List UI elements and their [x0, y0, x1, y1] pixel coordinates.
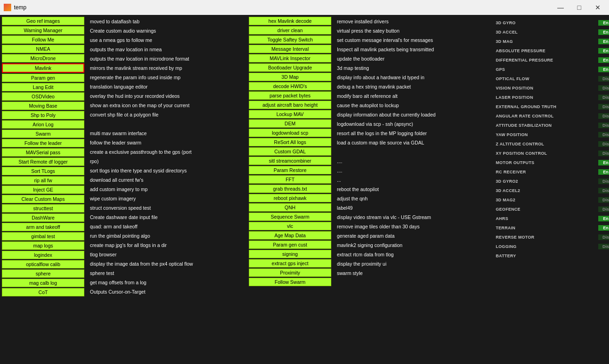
desc-item-r-16: .... — [335, 166, 492, 174]
badge-column: EnPresentBadEnPresentOkEnPresentOkEnPres… — [596, 15, 609, 364]
desc-item-23: run the gimbal pointing algo — [88, 231, 245, 240]
status-label-row-7: VISION POSITION — [496, 84, 595, 92]
menu-item-r-8[interactable]: parse packet bytes — [249, 91, 331, 100]
badge-en-14: Dis — [598, 151, 609, 156]
menu-item-11[interactable]: Arion Log — [2, 120, 84, 129]
menu-item-16[interactable]: Sort TLogs — [2, 167, 84, 175]
menu-item-15[interactable]: Start Remote df logger — [2, 158, 84, 166]
menu-item-22[interactable]: arm and takeoff — [2, 223, 84, 231]
badge-en-12: Dis — [598, 132, 609, 137]
status-badge-row-15: EnPresentOk — [598, 158, 607, 167]
desc-item-r-8: modify baro alt reference alt — [335, 91, 492, 100]
status-label-row-11: ATTITUDE STABILIZATION — [496, 121, 595, 130]
desc-item-26: display the image data from the px4 opti… — [88, 259, 245, 268]
status-label-row-5: GPS — [496, 65, 595, 74]
desc-item-0: moved to dataflash tab — [88, 17, 245, 25]
status-label-row-8: LASER POSITION — [496, 93, 595, 102]
close-button[interactable]: ✕ — [590, 2, 605, 13]
status-label-24: LOGGING — [496, 244, 561, 249]
menu-item-25[interactable]: logindex — [2, 251, 84, 259]
menu-item-17[interactable]: rip all fw — [2, 176, 84, 185]
badge-en-8: Dis — [598, 95, 609, 100]
menu-item-r-12[interactable]: logdownload scp — [249, 129, 331, 137]
menu-item-2[interactable]: Follow Me — [2, 35, 84, 44]
status-label-row-25: BATTERY — [496, 252, 595, 260]
menu-item-29[interactable]: CoT — [2, 288, 84, 296]
menu-item-3[interactable]: NMEA — [2, 45, 84, 53]
maximize-button[interactable]: □ — [572, 2, 587, 13]
desc-item-r-13: load a custom map tile source via GDAL — [335, 138, 492, 146]
menu-item-27[interactable]: sphere — [2, 269, 84, 278]
badge-en-22: En — [598, 225, 609, 231]
menu-item-12[interactable]: Swarm — [2, 130, 84, 138]
status-badge-row-12: DisPresentBad — [598, 130, 607, 139]
menu-item-13[interactable]: Follow the leader — [2, 139, 84, 147]
menu-item-r-6[interactable]: 3D Map — [249, 73, 331, 81]
menu-item-8[interactable]: OSDVideo — [2, 92, 84, 101]
menu-item-24[interactable]: map logs — [2, 241, 84, 250]
menu-item-r-2[interactable]: Toggle Saftey Switch — [249, 35, 331, 44]
menu-item-r-7[interactable]: decode HWID's — [249, 82, 331, 90]
status-label-3: ABSOLUTE PRESSURE — [496, 48, 561, 53]
menu-item-4[interactable]: MicroDrone — [2, 54, 84, 62]
menu-item-r-25[interactable]: signing — [249, 250, 331, 258]
menu-item-r-27[interactable]: Proximity — [249, 268, 331, 277]
menu-item-r-22[interactable]: vlc — [249, 222, 331, 230]
menu-item-r-23[interactable]: Age Map Data — [249, 231, 331, 240]
menu-item-7[interactable]: Lang Edit — [2, 83, 84, 91]
menu-item-r-28[interactable]: Follow Swarm — [249, 278, 331, 286]
menu-item-r-1[interactable]: driver clean — [249, 26, 331, 34]
menu-item-18[interactable]: Inject GE — [2, 185, 84, 194]
menu-item-26[interactable]: opticalflow calib — [2, 260, 84, 268]
status-badge-row-10: DisPresentBad — [598, 112, 607, 120]
menu-item-r-17[interactable]: FFT — [249, 175, 331, 184]
status-badge-row-24: DisPresentOk — [598, 242, 607, 251]
badge-en-16: En — [598, 169, 609, 175]
menu-item-20[interactable]: structtest — [2, 204, 84, 213]
status-label-6: OPTICAL FLOW — [496, 76, 561, 81]
menu-item-r-14[interactable]: Custom GDAL — [249, 147, 331, 156]
menu-item-6[interactable]: Param gen — [2, 74, 84, 82]
menu-item-r-4[interactable]: MAVLink Inspector — [249, 54, 331, 62]
menu-item-9[interactable]: Moving Base — [2, 102, 84, 110]
menu-item-r-21[interactable]: Sequence Swarm — [249, 213, 331, 221]
minimize-button[interactable]: — — [553, 2, 568, 13]
status-badge-row-25 — [598, 252, 607, 260]
menu-item-10[interactable]: Shp to Poly — [2, 111, 84, 119]
menu-item-r-9[interactable]: adjust aircraft baro height — [249, 101, 331, 109]
menu-item-5[interactable]: Mavlink — [2, 63, 84, 73]
menu-item-r-0[interactable]: hex Mavlink decode — [249, 17, 331, 25]
menu-item-r-20[interactable]: QNH — [249, 203, 331, 212]
menu-item-r-16[interactable]: Param Restore — [249, 166, 331, 174]
menu-item-1[interactable]: Warning Manager — [2, 26, 84, 34]
menu-item-r-24[interactable]: Param gen cust — [249, 240, 331, 249]
status-label-row-10: ANGULAR RATE CONTROL — [496, 112, 595, 120]
menu-item-r-10[interactable]: Lockup MAV — [249, 110, 331, 118]
menu-item-r-5[interactable]: Bootloader Upgrade — [249, 63, 331, 72]
status-label-row-4: DIFFERENTIAL PRESSURE — [496, 56, 595, 64]
menu-item-28[interactable]: mag calb log — [2, 279, 84, 287]
status-label-row-23: REVERSE MOTOR — [496, 233, 595, 241]
menu-item-21[interactable]: DashWare — [2, 213, 84, 222]
menu-item-14[interactable]: MAVSerial pass — [2, 148, 84, 157]
desc-item-r-19: adjust the qnh — [335, 194, 492, 202]
menu-item-0[interactable]: Geo ref images — [2, 17, 84, 25]
menu-item-r-18[interactable]: grab threads.txt — [249, 185, 331, 193]
title-bar: temp — □ ✕ — [0, 0, 609, 15]
menu-item-r-3[interactable]: Message Interval — [249, 45, 331, 53]
badge-en-0: En — [598, 20, 609, 26]
menu-item-23[interactable]: gimbal test — [2, 232, 84, 240]
menu-item-r-15[interactable]: sitl streamcombiner — [249, 157, 331, 165]
menu-item-r-13[interactable]: ReSort All logs — [249, 138, 331, 146]
menu-item-r-19[interactable]: reboot pixhawk — [249, 194, 331, 202]
status-badge-row-5: EnPresentOk — [598, 65, 607, 74]
menu-item-19[interactable]: Clear Custom Maps — [2, 195, 84, 203]
status-label-row-19: 3D MAG2 — [496, 196, 595, 204]
menu-item-r-11[interactable]: DEM — [249, 119, 331, 128]
status-label-row-9: EXTERNAL GROUND TRUTH — [496, 103, 595, 111]
status-label-21: AHRS — [496, 216, 561, 221]
status-badge-row-14: DisPresentBad — [598, 149, 607, 158]
menu-item-r-26[interactable]: extract gps inject — [249, 259, 331, 268]
status-label-row-14: XY POSITION CONTROL — [496, 149, 595, 158]
status-badge-row-6: DisNoBad — [598, 75, 607, 83]
